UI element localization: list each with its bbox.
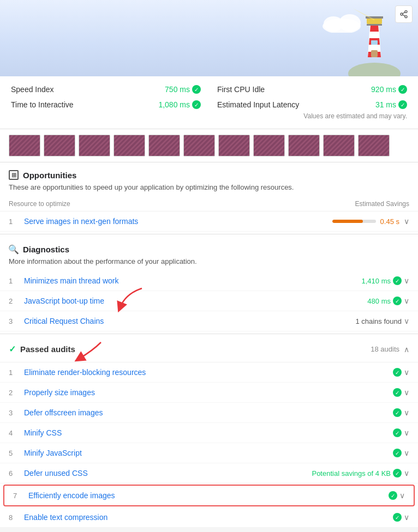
opportunities-icon: ⊞ xyxy=(9,170,19,180)
diag-label-3[interactable]: Critical Request Chains xyxy=(24,317,349,325)
passed-label-5[interactable]: Minify JavaScript xyxy=(24,449,386,457)
diagnostics-section: 🔍 Diagnostics More information about the… xyxy=(0,237,418,331)
passed-num-6: 6 xyxy=(9,469,17,477)
passed-num-7: 7 xyxy=(13,492,22,500)
passed-chevron-5[interactable]: ∨ xyxy=(404,449,409,457)
lighthouse-illustration xyxy=(347,5,402,76)
passed-check-icon: ✓ xyxy=(9,344,16,354)
passed-chevron-3[interactable]: ∨ xyxy=(404,408,409,417)
passed-label-1[interactable]: Eliminate render-blocking resources xyxy=(24,368,386,377)
passed-label-4[interactable]: Minify CSS xyxy=(24,428,386,437)
svg-point-15 xyxy=(401,13,403,15)
diag-item-1: 1 Minimizes main thread work 1,410 ms ✓ … xyxy=(0,271,418,291)
svg-marker-11 xyxy=(353,8,374,21)
opp-num-1: 1 xyxy=(9,217,17,226)
diag-chevron-3[interactable]: ∨ xyxy=(404,317,409,325)
passed-label-7[interactable]: Efficiently encode images xyxy=(28,491,382,500)
opportunities-desc: These are opportunities to speed up your… xyxy=(0,182,418,197)
passed-check-8: ✓ xyxy=(393,513,402,522)
passed-chevron-8[interactable]: ∨ xyxy=(404,513,409,522)
diag-meta-2: 480 ms ✓ ∨ xyxy=(367,297,409,305)
diag-label-1[interactable]: Minimizes main thread work xyxy=(24,276,355,285)
savings-bar-fill-1 xyxy=(332,220,363,223)
diag-chevron-1[interactable]: ∨ xyxy=(404,276,409,285)
passed-check-5: ✓ xyxy=(393,449,402,457)
diag-value-1: 1,410 ms xyxy=(362,277,391,285)
passed-chevron-2[interactable]: ∨ xyxy=(404,388,409,397)
opp-label-1[interactable]: Serve images in next-gen formats xyxy=(24,217,326,226)
first-cpu-idle-check: ✓ xyxy=(398,85,407,94)
passed-item-7: 7 Efficiently encode images ✓ ∨ xyxy=(4,486,414,505)
opp-chevron-1[interactable]: ∨ xyxy=(404,217,409,226)
col-resource: Resource to optimize xyxy=(9,200,70,208)
diag-chevron-2[interactable]: ∨ xyxy=(404,297,409,305)
passed-chevron-4[interactable]: ∨ xyxy=(404,428,409,437)
passed-num-8: 8 xyxy=(9,513,17,522)
savings-value-1: 0.45 s xyxy=(380,217,399,226)
tti-check: ✓ xyxy=(192,100,201,109)
opportunities-header: ⊞ Opportunities xyxy=(0,162,418,182)
diagnostics-desc: More information about the performance o… xyxy=(0,256,418,271)
metric-first-cpu-idle: First CPU Idle 920 ms ✓ xyxy=(217,85,407,94)
filmstrip-frame-5 xyxy=(148,135,180,156)
passed-label-8[interactable]: Enable text compression xyxy=(24,513,386,522)
speed-index-label: Speed Index xyxy=(11,85,54,94)
passed-audits-header[interactable]: ✓ Passed audits 18 audits ∧ xyxy=(0,336,418,362)
filmstrip-frame-11 xyxy=(358,135,390,156)
filmstrip-frame-7 xyxy=(218,135,250,156)
filmstrip-frame-3 xyxy=(79,135,110,156)
svg-point-16 xyxy=(405,16,407,18)
tti-label: Time to Interactive xyxy=(11,100,74,109)
opportunities-section: ⊞ Opportunities These are opportunities … xyxy=(0,162,418,232)
filmstrip xyxy=(0,129,418,162)
passed-chevron-7[interactable]: ∨ xyxy=(399,491,405,500)
filmstrip-frame-2 xyxy=(44,135,75,156)
diagnostics-icon: 🔍 xyxy=(9,244,19,254)
passed-item-8: 8 Enable text compression ✓ ∨ xyxy=(0,507,418,528)
passed-item-3: 3 Defer offscreen images ✓ ∨ xyxy=(0,403,418,423)
opportunities-title: Opportunities xyxy=(23,171,76,180)
diag-value-3: 1 chains found xyxy=(355,317,402,325)
passed-label-6[interactable]: Defer unused CSS xyxy=(24,469,305,477)
diag-meta-1: 1,410 ms ✓ ∨ xyxy=(362,276,409,285)
input-latency-label: Estimated Input Latency xyxy=(217,100,299,109)
passed-item-5: 5 Minify JavaScript ✓ ∨ xyxy=(0,443,418,463)
passed-title: Passed audits xyxy=(20,344,366,354)
header-area xyxy=(0,0,418,76)
potential-savings-6: Potential savings of 4 KB xyxy=(312,469,391,477)
share-button[interactable] xyxy=(395,5,413,23)
passed-item-1: 1 Eliminate render-blocking resources ✓ … xyxy=(0,362,418,383)
diag-num-3: 3 xyxy=(9,317,17,325)
svg-line-17 xyxy=(403,15,405,16)
svg-marker-7 xyxy=(370,25,379,32)
diag-check-2: ✓ xyxy=(393,297,402,305)
passed-label-2[interactable]: Properly size images xyxy=(24,388,386,397)
diag-num-1: 1 xyxy=(9,277,17,285)
filmstrip-frame-10 xyxy=(323,135,355,156)
passed-check-1: ✓ xyxy=(393,368,402,377)
passed-audits-section: ✓ Passed audits 18 audits ∧ 1 Eliminate … xyxy=(0,336,418,528)
svg-point-14 xyxy=(405,10,407,13)
diagnostics-title: Diagnostics xyxy=(23,245,69,254)
savings-container-1: 0.45 s ∨ xyxy=(332,217,409,226)
diag-num-2: 2 xyxy=(9,297,17,305)
passed-chevron-6[interactable]: ∨ xyxy=(404,469,409,477)
diag-label-2[interactable]: JavaScript boot-up time xyxy=(24,297,361,305)
section-divider-2 xyxy=(0,334,418,334)
svg-point-3 xyxy=(348,63,401,76)
metrics-section: Speed Index 750 ms ✓ First CPU Idle 920 … xyxy=(0,76,418,129)
filmstrip-frame-1 xyxy=(9,135,40,156)
passed-label-3[interactable]: Defer offscreen images xyxy=(24,408,386,417)
col-savings: Estimated Savings xyxy=(355,200,409,208)
filmstrip-frame-4 xyxy=(114,135,145,156)
diag-item-3: 3 Critical Request Chains 1 chains found… xyxy=(0,311,418,331)
passed-check-3: ✓ xyxy=(393,408,402,417)
passed-num-4: 4 xyxy=(9,429,17,437)
passed-chevron[interactable]: ∧ xyxy=(404,345,409,354)
svg-rect-13 xyxy=(371,40,378,45)
diag-check-1: ✓ xyxy=(393,276,402,285)
input-latency-value: 31 ms ✓ xyxy=(375,100,407,109)
metric-tti: Time to Interactive 1,080 ms ✓ xyxy=(11,100,201,109)
speed-index-value: 750 ms ✓ xyxy=(165,85,201,94)
passed-chevron-1[interactable]: ∨ xyxy=(404,368,409,377)
